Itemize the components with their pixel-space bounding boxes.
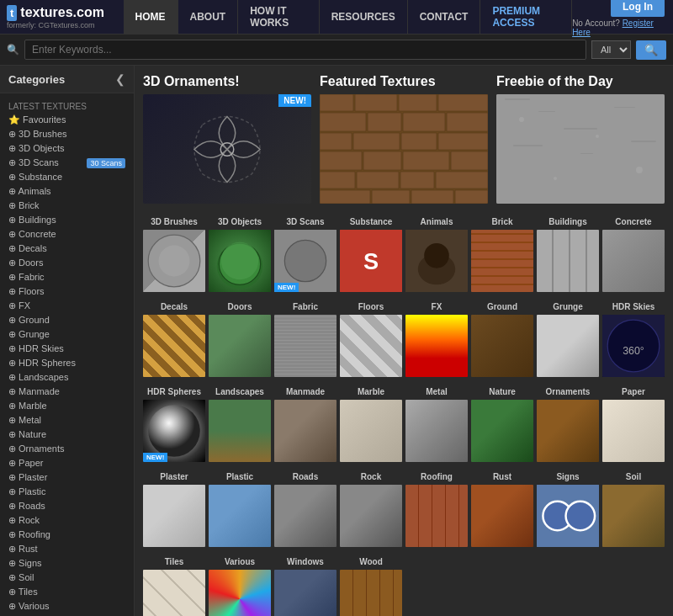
sidebar-item-rock[interactable]: ⊕ Rock xyxy=(8,515,125,526)
sidebar-item-marble[interactable]: ⊕ Marble xyxy=(8,401,125,412)
list-item[interactable]: ⊕ 3D Objects xyxy=(0,141,134,156)
cat-roads[interactable]: Roads xyxy=(274,472,336,547)
list-item[interactable]: ⊕ Doors xyxy=(0,256,134,270)
list-item[interactable]: ⊕ Rust xyxy=(0,542,134,556)
list-item[interactable]: ⊕ HDR Spheres xyxy=(0,356,134,370)
cat-3dobjects[interactable]: 3D Objects xyxy=(209,217,271,292)
ornaments-image[interactable]: NEW! xyxy=(143,94,311,204)
all-select[interactable]: All xyxy=(591,40,631,59)
sidebar-item-3dscans[interactable]: ⊕ 3D Scans 30 Scans xyxy=(8,157,125,168)
sidebar-item-tiles[interactable]: ⊕ Tiles xyxy=(8,587,125,597)
nav-contact[interactable]: CONTACT xyxy=(408,0,481,35)
list-item[interactable]: ⭐ Favourites xyxy=(0,113,134,127)
sidebar-item-plastic[interactable]: ⊕ Plastic xyxy=(8,486,125,497)
cat-fx[interactable]: FX xyxy=(405,302,468,377)
sidebar-item-paper[interactable]: ⊕ Paper xyxy=(8,458,125,469)
sidebar-item-roads[interactable]: ⊕ Roads xyxy=(8,501,125,512)
cat-ornaments[interactable]: Ornaments xyxy=(537,387,599,462)
sidebar-item-3dobjects[interactable]: ⊕ 3D Objects xyxy=(8,143,125,154)
list-item[interactable]: ⊕ Plaster xyxy=(0,470,134,485)
featured-image[interactable] xyxy=(320,94,488,204)
sidebar-item-brick[interactable]: ⊕ Brick xyxy=(8,200,125,211)
cat-grunge[interactable]: Grunge xyxy=(537,302,599,377)
list-item[interactable]: ⊕ Ornaments xyxy=(0,442,134,456)
search-button[interactable]: 🔍 xyxy=(636,40,666,60)
list-item[interactable]: ⊕ 3D Scans 30 Scans xyxy=(0,156,134,170)
cat-doors[interactable]: Doors xyxy=(209,302,271,377)
list-item[interactable]: ⊕ Animals xyxy=(0,184,134,199)
sidebar-item-buildings[interactable]: ⊕ Buildings xyxy=(8,215,125,226)
cat-manmade[interactable]: Manmade xyxy=(274,387,336,462)
sidebar-item-landscapes[interactable]: ⊕ Landscapes xyxy=(8,372,125,383)
cat-ground[interactable]: Ground xyxy=(471,302,533,377)
list-item[interactable]: ⊕ Various xyxy=(0,599,134,613)
list-item[interactable]: ⊕ Rock xyxy=(0,513,134,528)
cat-concrete[interactable]: Concrete xyxy=(602,217,665,292)
cat-decals[interactable]: Decals xyxy=(143,302,205,377)
nav-home[interactable]: HOME xyxy=(124,0,178,35)
sidebar-item-ground[interactable]: ⊕ Ground xyxy=(8,315,125,326)
sidebar-item-animals[interactable]: ⊕ Animals xyxy=(8,186,125,197)
list-item[interactable]: ⊕ Ground xyxy=(0,313,134,327)
cat-animals[interactable]: Animals xyxy=(405,217,468,292)
list-item[interactable]: ⊕ Roads xyxy=(0,499,134,513)
search-input[interactable] xyxy=(24,40,586,60)
cat-rock[interactable]: Rock xyxy=(340,472,402,547)
sidebar-item-soil[interactable]: ⊕ Soil xyxy=(8,572,125,583)
list-item[interactable]: ⊕ Roofing xyxy=(0,528,134,542)
sidebar-item-metal[interactable]: ⊕ Metal xyxy=(8,415,125,426)
cat-landscapes[interactable]: Landscapes xyxy=(209,387,271,462)
cat-various[interactable]: Various xyxy=(209,557,271,616)
list-item[interactable]: ⊕ Paper xyxy=(0,456,134,470)
cat-metal[interactable]: Metal xyxy=(405,387,468,462)
list-item[interactable]: ⊕ Buildings xyxy=(0,213,134,227)
sidebar-item-manmade[interactable]: ⊕ Manmade xyxy=(8,386,125,397)
cat-3dbrushes[interactable]: 3D Brushes xyxy=(143,217,205,292)
sidebar-item-concrete[interactable]: ⊕ Concrete xyxy=(8,229,125,240)
list-item[interactable]: ⊕ FX xyxy=(0,299,134,313)
list-item[interactable]: ⊕ Soil xyxy=(0,571,134,585)
list-item[interactable]: ⊕ Fabric xyxy=(0,270,134,284)
list-item[interactable]: ⊕ Concrete xyxy=(0,227,134,242)
nav-about[interactable]: ABOUT xyxy=(178,0,239,35)
list-item[interactable]: ⊕ Substance xyxy=(0,170,134,184)
sidebar-item-signs[interactable]: ⊕ Signs xyxy=(8,558,125,569)
list-item[interactable]: ⊕ Floors xyxy=(0,284,134,299)
cat-hdrskies[interactable]: HDR Skies 360° xyxy=(602,302,665,377)
sidebar-item-doors[interactable]: ⊕ Doors xyxy=(8,258,125,268)
sidebar-item-decals[interactable]: ⊕ Decals xyxy=(8,243,125,254)
cat-plaster[interactable]: Plaster xyxy=(143,472,205,547)
freebie-image[interactable] xyxy=(496,94,665,204)
cat-nature[interactable]: Nature xyxy=(471,387,533,462)
sidebar-item-ornaments[interactable]: ⊕ Ornaments xyxy=(8,443,125,454)
cat-buildings[interactable]: Buildings xyxy=(537,217,599,292)
sidebar-item-hdrskies[interactable]: ⊕ HDR Skies xyxy=(8,343,125,354)
cat-plastic[interactable]: Plastic xyxy=(209,472,271,547)
cat-hdrspheres[interactable]: HDR Spheres NEW! xyxy=(143,387,205,462)
list-item[interactable]: ⊕ Nature xyxy=(0,427,134,442)
cat-floors[interactable]: Floors xyxy=(340,302,402,377)
cat-wood[interactable]: Wood xyxy=(340,557,402,616)
cat-tiles[interactable]: Tiles xyxy=(143,557,205,616)
sidebar-item-grunge[interactable]: ⊕ Grunge xyxy=(8,329,125,340)
cat-windows[interactable]: Windows xyxy=(274,557,336,616)
sidebar-collapse-button[interactable]: ❮ xyxy=(115,72,125,86)
sidebar-item-rust[interactable]: ⊕ Rust xyxy=(8,544,125,555)
cat-paper[interactable]: Paper xyxy=(602,387,665,462)
sidebar-item-plaster[interactable]: ⊕ Plaster xyxy=(8,472,125,483)
cat-roofing[interactable]: Roofing xyxy=(405,472,468,547)
sidebar-item-nature[interactable]: ⊕ Nature xyxy=(8,429,125,440)
cat-3dscans[interactable]: 3D Scans NEW! xyxy=(274,217,336,292)
nav-premium[interactable]: PREMIUM ACCESS xyxy=(480,0,572,35)
login-button[interactable]: Log In xyxy=(611,0,665,17)
list-item[interactable]: ⊕ Metal xyxy=(0,413,134,427)
cat-soil[interactable]: Soil xyxy=(602,472,665,547)
list-item[interactable]: ⊕ 3D Brushes xyxy=(0,127,134,141)
cat-rust[interactable]: Rust xyxy=(471,472,533,547)
nav-how-it-works[interactable]: HOW IT WORKS xyxy=(238,0,319,35)
sidebar-item-3dbrushes[interactable]: ⊕ 3D Brushes xyxy=(8,129,125,140)
sidebar-item-floors[interactable]: ⊕ Floors xyxy=(8,286,125,297)
sidebar-item-roofing[interactable]: ⊕ Roofing xyxy=(8,529,125,540)
cat-marble[interactable]: Marble xyxy=(340,387,402,462)
cat-substance[interactable]: Substance S xyxy=(340,217,402,292)
